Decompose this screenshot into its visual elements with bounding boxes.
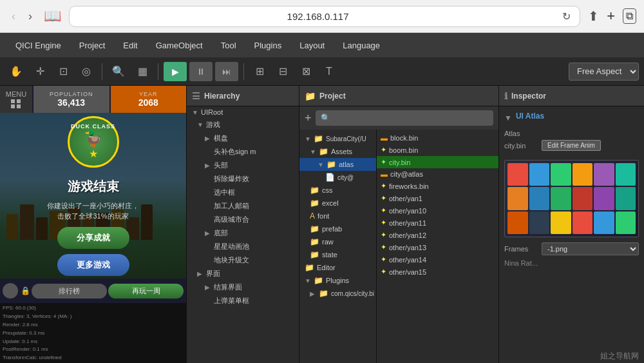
- pivot-tool-button[interactable]: ◎: [76, 62, 97, 81]
- step-button[interactable]: ⏭: [215, 62, 238, 81]
- file-block-bin[interactable]: ▬ block.bin: [377, 132, 498, 144]
- more-games-button[interactable]: 更多游戏: [57, 254, 129, 276]
- leaderboard-button[interactable]: 排行榜: [32, 284, 107, 299]
- project-toolbar: +: [299, 106, 498, 130]
- file-other-yan11[interactable]: ✦ other/yan11: [377, 217, 498, 229]
- file-icon-fireworks-bin: ✦: [381, 182, 386, 190]
- reload-button[interactable]: ↻: [562, 10, 571, 23]
- file-icon-other-yan1: ✦: [381, 194, 386, 202]
- layout-btn-4[interactable]: T: [319, 62, 339, 81]
- hierarchy-item-game[interactable]: ▼ 游戏: [187, 118, 299, 132]
- file-other-van15[interactable]: ✦ other/van15: [377, 266, 498, 278]
- file-other-yan10[interactable]: ✦ other/yan10: [377, 204, 498, 217]
- forward-button[interactable]: ›: [24, 7, 36, 26]
- file-other-yan12[interactable]: ✦ other/yan12: [377, 229, 498, 241]
- folder-raw[interactable]: 📁 raw: [299, 235, 376, 248]
- hierarchy-item-popup-menu[interactable]: 上弹菜单框: [187, 294, 299, 308]
- menu-tool[interactable]: Tool: [212, 37, 245, 54]
- arrow-chessboard: ▶: [205, 135, 211, 142]
- folder-com-qics[interactable]: ▶ 📁 com.qics/city.bi: [299, 287, 376, 300]
- game-menu-button[interactable]: MENU: [0, 86, 32, 113]
- folder-state[interactable]: 📁 state: [299, 248, 376, 261]
- hierarchy-item-selector[interactable]: 选中框: [187, 186, 299, 199]
- edit-frame-anim-button[interactable]: Edit Frame Anim: [542, 140, 601, 151]
- hierarchy-title: Hierarchy: [204, 92, 240, 101]
- file-other-yan14[interactable]: ✦ other/yan14: [377, 253, 498, 266]
- add-asset-button[interactable]: +: [305, 112, 312, 125]
- file-other-yan13[interactable]: ✦ other/yan13: [377, 241, 498, 253]
- game-debug-panel: FPS: 60.0 (30) Triangles: 3, Vertices: 4…: [0, 303, 186, 363]
- file-other-yan1[interactable]: ✦ other/yan1: [377, 192, 498, 204]
- bookmark-icon[interactable]: 📖: [44, 8, 61, 25]
- atlas-thumb-16: [573, 211, 593, 234]
- toolbar-divider-2: [158, 63, 158, 80]
- folder-city-at[interactable]: 📄 city@: [299, 171, 376, 184]
- share-achievement-button[interactable]: 分享成就: [57, 227, 129, 249]
- file-city-bin[interactable]: ✦ city.bin: [377, 156, 498, 168]
- population-label: POPULATION: [50, 91, 93, 97]
- address-bar[interactable]: 192.168.0.117 ↻: [69, 6, 580, 27]
- hierarchy-item-uiroot[interactable]: ▼ UIRoot: [187, 106, 299, 118]
- file-boom-bin[interactable]: ✦ boom.bin: [377, 144, 498, 156]
- menu-gameobject[interactable]: GameObject: [147, 37, 212, 54]
- game-title: 游戏结束: [68, 178, 119, 195]
- folder-excel[interactable]: 📁 excel: [299, 197, 376, 210]
- rect-tool-button[interactable]: ⊡: [53, 62, 73, 81]
- folder-editor[interactable]: 📁 Editor: [299, 261, 376, 274]
- play-button[interactable]: ▶: [164, 62, 187, 81]
- menu-edit[interactable]: Edit: [114, 37, 146, 54]
- frames-select[interactable]: -1.png 0.png 1.png: [542, 242, 639, 255]
- grid-tool-button[interactable]: ▦: [132, 62, 153, 81]
- layout-btn-2[interactable]: ⊟: [272, 62, 293, 81]
- new-tab-button[interactable]: +: [607, 8, 615, 25]
- folder-css[interactable]: 📁 css: [299, 184, 376, 197]
- replay-button[interactable]: 再玩一周: [108, 284, 184, 299]
- population-value: 36,413: [57, 97, 85, 108]
- toolbar-divider-1: [102, 63, 102, 80]
- menu-plugins[interactable]: Plugins: [245, 37, 291, 54]
- hierarchy-item-chessboard[interactable]: ▶ 棋盘: [187, 132, 299, 145]
- atlas-preview-grid: [505, 161, 638, 237]
- hierarchy-item-head-sign[interactable]: 头补色sign m: [187, 145, 299, 159]
- expand-arrow[interactable]: ▼: [504, 113, 512, 123]
- hierarchy-item-ui[interactable]: ▶ 界面: [187, 267, 299, 280]
- folder-subaracity[interactable]: ▼ 📁 SubaraCity(/U: [299, 132, 376, 145]
- layout-btn-1[interactable]: ⊞: [249, 62, 270, 81]
- back-button[interactable]: ‹: [8, 7, 19, 26]
- hierarchy-item-settlement[interactable]: ▶ 结算界面: [187, 280, 299, 294]
- tabs-overview-button[interactable]: ⧉: [623, 8, 636, 24]
- pause-button[interactable]: ⏸: [189, 62, 213, 81]
- arrow-ui: ▶: [197, 270, 204, 277]
- zoom-tool-button[interactable]: 🔍: [108, 62, 129, 81]
- folder-font[interactable]: A font: [299, 210, 376, 222]
- menu-layout[interactable]: Layout: [290, 37, 334, 54]
- aspect-ratio-select[interactable]: Free Aspect 4:3 16:9: [569, 63, 639, 81]
- atlas-row: city.bin Edit Frame Anim: [504, 140, 639, 151]
- hand-tool-button[interactable]: ✋: [5, 62, 27, 81]
- atlas-preview: [504, 160, 639, 237]
- project-search-input[interactable]: [316, 110, 493, 126]
- menu-qici-engine[interactable]: QICI Engine: [6, 37, 70, 54]
- menu-project[interactable]: Project: [70, 37, 114, 54]
- layout-btn-3[interactable]: ⊠: [296, 62, 316, 81]
- atlas-thumb-4: [573, 163, 593, 186]
- toolbar: ✋ ✛ ⊡ ◎ 🔍 ▦ ▶ ⏸ ⏭ ⊞ ⊟ ⊠ T Free Aspect 4:…: [0, 57, 644, 86]
- share-button[interactable]: ⬆: [588, 8, 599, 24]
- folder-plugins[interactable]: ▼ 📁 Plugins: [299, 274, 376, 287]
- hierarchy-item-city-combo[interactable]: 高级城市合: [187, 213, 299, 226]
- hierarchy-item-block-upgrade[interactable]: 地块升级文: [187, 253, 299, 267]
- folder-atlas[interactable]: ▼ 📁 atlas: [299, 158, 376, 171]
- folder-icon-subaracity: 📁: [314, 134, 323, 143]
- menu-language[interactable]: Language: [334, 37, 389, 54]
- file-fireworks-bin[interactable]: ✦ fireworks.bin: [377, 180, 498, 192]
- hierarchy-item-demolish[interactable]: 拆除爆炸效: [187, 172, 299, 186]
- hierarchy-item-worker[interactable]: 加工人邮箱: [187, 199, 299, 213]
- file-city-atlas[interactable]: ▬ city@atlas: [377, 168, 498, 180]
- hierarchy-item-bottom[interactable]: ▶ 底部: [187, 226, 299, 240]
- move-tool-button[interactable]: ✛: [30, 62, 50, 81]
- folder-assets[interactable]: ▼ 📁 Assets: [299, 145, 376, 158]
- hierarchy-item-star-anim[interactable]: 星星动画池: [187, 240, 299, 253]
- hierarchy-item-head[interactable]: ▶ 头部: [187, 159, 299, 172]
- folder-prefab[interactable]: 📁 prefab: [299, 222, 376, 235]
- toolbar-right-section: Free Aspect 4:3 16:9: [569, 63, 639, 81]
